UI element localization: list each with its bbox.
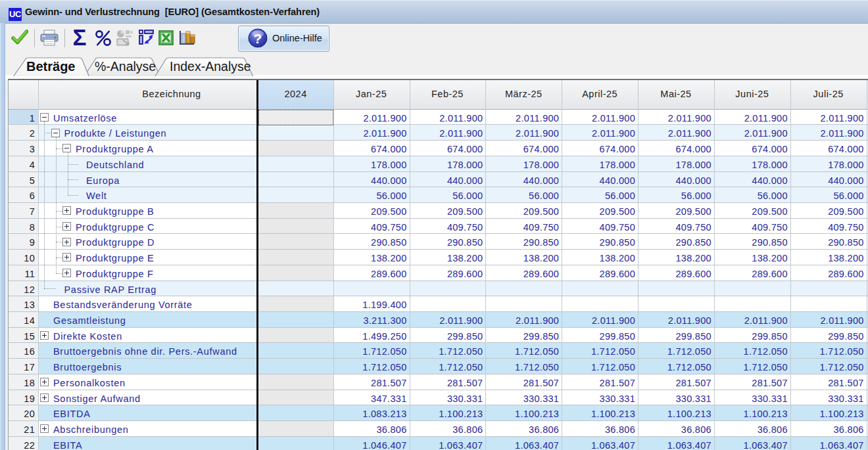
svg-text:?: ? (254, 31, 262, 46)
